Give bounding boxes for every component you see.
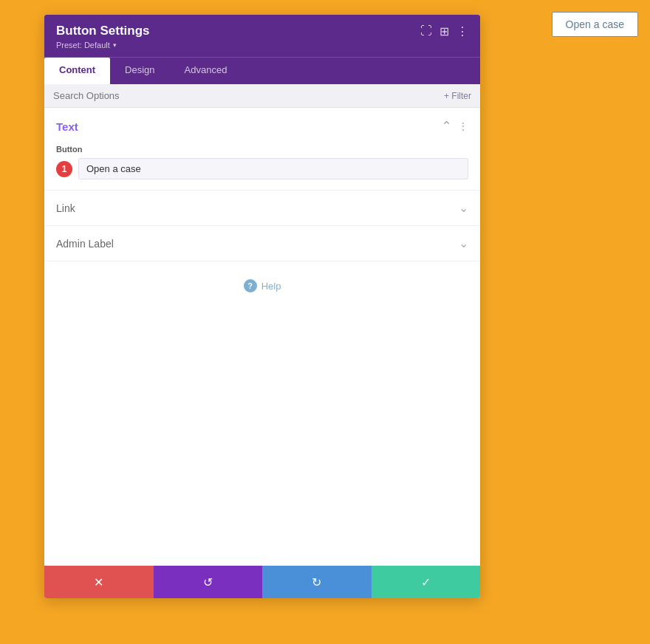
- tab-design[interactable]: Design: [110, 58, 169, 84]
- chevron-up-icon[interactable]: ⌃: [441, 118, 452, 134]
- help-label: Help: [261, 281, 281, 292]
- search-bar: + Filter: [44, 84, 480, 108]
- admin-label-section: Admin Label ⌄: [44, 226, 480, 261]
- panel-tabs: Content Design Advanced: [44, 57, 480, 84]
- section-more-icon[interactable]: ⋮: [458, 120, 468, 132]
- cancel-button[interactable]: ✕: [44, 566, 154, 598]
- preset-selector[interactable]: Preset: Default ▾: [56, 41, 468, 49]
- tab-advanced[interactable]: Advanced: [170, 58, 242, 84]
- panel-header-icons: ⛶ ⊞ ⋮: [420, 24, 468, 38]
- search-input[interactable]: [53, 90, 444, 101]
- admin-label-section-header[interactable]: Admin Label ⌄: [44, 226, 480, 261]
- undo-button[interactable]: ↺: [154, 566, 263, 598]
- help-row[interactable]: ? Help: [44, 261, 480, 310]
- columns-icon[interactable]: ⊞: [439, 24, 449, 38]
- help-icon: ?: [244, 279, 257, 292]
- panel-footer: ✕ ↺ ↻ ✓: [44, 566, 480, 598]
- link-section: Link ⌄: [44, 191, 480, 226]
- panel-header: Button Settings ⛶ ⊞ ⋮ Preset: Default ▾: [44, 15, 480, 57]
- button-text-input[interactable]: [78, 158, 468, 179]
- redo-button[interactable]: ↻: [262, 566, 372, 598]
- text-section-title: Text: [56, 120, 78, 133]
- more-icon[interactable]: ⋮: [456, 24, 468, 38]
- filter-button[interactable]: + Filter: [444, 91, 471, 101]
- panel-title: Button Settings: [56, 24, 150, 38]
- button-field-label: Button: [56, 145, 468, 154]
- panel-content: Text ⌃ ⋮ Button 1 Link ⌄: [44, 108, 480, 566]
- button-field-group: Button 1: [44, 142, 480, 190]
- button-settings-panel: Button Settings ⛶ ⊞ ⋮ Preset: Default ▾ …: [44, 15, 480, 598]
- numbered-badge: 1: [56, 161, 72, 177]
- open-case-button[interactable]: Open a case: [552, 12, 638, 37]
- link-section-header[interactable]: Link ⌄: [44, 191, 480, 225]
- admin-label-section-title: Admin Label: [56, 238, 114, 250]
- fullscreen-icon[interactable]: ⛶: [420, 24, 432, 38]
- save-button[interactable]: ✓: [372, 566, 481, 598]
- text-section-header[interactable]: Text ⌃ ⋮: [44, 108, 480, 142]
- link-section-title: Link: [56, 202, 75, 214]
- link-chevron-icon: ⌄: [459, 201, 468, 215]
- tab-content[interactable]: Content: [44, 58, 110, 84]
- admin-label-chevron-icon: ⌄: [459, 236, 468, 250]
- text-section: Text ⌃ ⋮ Button 1: [44, 108, 480, 191]
